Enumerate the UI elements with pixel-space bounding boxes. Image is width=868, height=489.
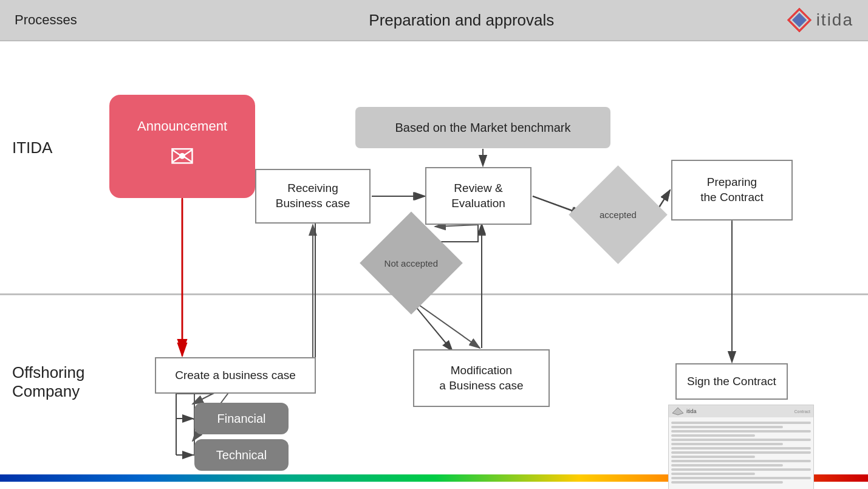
financial-label: Financial [217, 412, 265, 426]
not-accepted-label: Not accepted [384, 258, 438, 268]
processes-label: Processes [15, 12, 136, 28]
doc-line-4 [671, 434, 755, 437]
modification-label: Modificationa Business case [439, 363, 523, 393]
accepted-diamond: accepted [583, 180, 653, 250]
create-business-case-box: Create a business case [155, 357, 316, 394]
not-accepted-diamond: Not accepted [375, 227, 448, 299]
contract-document-image: itida Contract [668, 405, 814, 489]
logo-icon [787, 8, 812, 32]
doc-header: itida Contract [669, 405, 813, 417]
doc-line-10 [671, 460, 811, 462]
create-label: Create a business case [175, 368, 296, 383]
accepted-label: accepted [600, 210, 637, 220]
doc-line-5 [671, 439, 811, 441]
benchmark-label: Based on the Market benchmark [395, 121, 570, 135]
page-title: Preparation and approvals [136, 11, 787, 30]
doc-logo-icon [672, 407, 684, 415]
notaccepted-to-modification-arrow [411, 301, 453, 351]
doc-line-11 [671, 464, 783, 467]
logo: itida [787, 8, 853, 32]
preparing-contract-box: Preparingthe Contract [671, 160, 793, 221]
arrow-notaccepted-modification [411, 299, 480, 348]
diagram: ITIDA Offshoring Company Announcement ✉ … [0, 41, 868, 489]
itida-lane-label: ITIDA [12, 138, 52, 157]
doc-line-15 [671, 481, 783, 484]
main-area: ITIDA Offshoring Company Announcement ✉ … [0, 41, 868, 482]
receiving-business-case-box: ReceivingBusiness case [255, 169, 371, 224]
doc-line-2 [671, 426, 783, 428]
logo-text: itida [816, 10, 853, 30]
sign-label: Sign the Contract [687, 374, 776, 389]
review-evaluation-box: Review &Evaluation [425, 167, 531, 225]
offshoring-label-line2: Company [12, 382, 80, 400]
technical-pill: Technical [194, 439, 289, 471]
modification-business-case-box: Modificationa Business case [413, 349, 550, 407]
sign-contract-box: Sign the Contract [675, 363, 788, 400]
header: Processes Preparation and approvals itid… [0, 0, 868, 41]
benchmark-box: Based on the Market benchmark [355, 107, 610, 148]
doc-body [669, 417, 813, 488]
technical-label: Technical [216, 448, 267, 462]
doc-line-8 [671, 451, 811, 454]
announcement-icon: ✉ [169, 139, 195, 174]
doc-itida-label: itida [686, 408, 697, 414]
doc-line-3 [671, 430, 811, 433]
doc-line-7 [671, 447, 811, 450]
offshoring-lane-label: Offshoring Company [12, 363, 84, 401]
doc-line-1 [671, 422, 811, 424]
announcement-label: Announcement [137, 118, 227, 134]
review-label: Review &Evaluation [451, 181, 505, 211]
offshoring-label-line1: Offshoring [12, 363, 84, 381]
announcement-box: Announcement ✉ [109, 95, 255, 198]
doc-line-13 [671, 473, 755, 475]
doc-contract-label: Contract [795, 409, 810, 414]
financial-pill: Financial [194, 403, 289, 434]
svg-marker-3 [672, 408, 683, 415]
doc-line-12 [671, 468, 811, 471]
receiving-label: ReceivingBusiness case [276, 181, 350, 211]
doc-line-6 [671, 443, 783, 445]
doc-line-9 [671, 456, 755, 458]
preparing-label: Preparingthe Contract [700, 175, 764, 205]
doc-line-14 [671, 477, 811, 479]
